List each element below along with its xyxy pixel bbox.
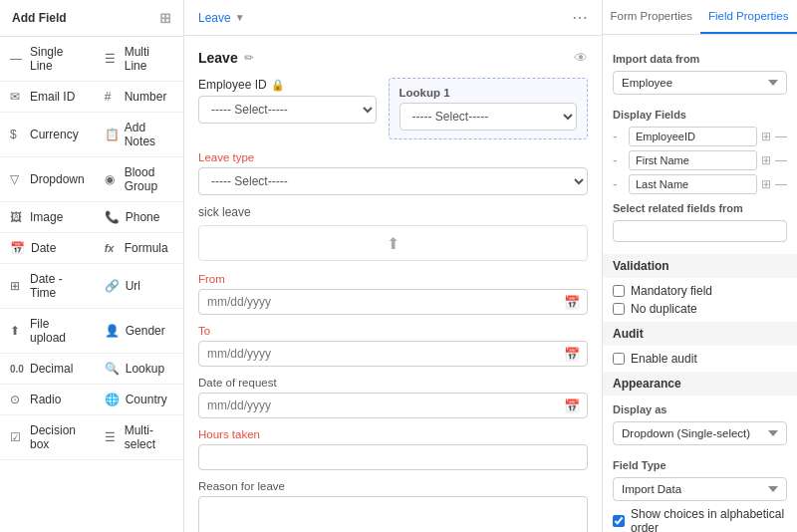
df-grid-icon-2[interactable]: ⊞ <box>761 177 771 191</box>
df-minus-1: - <box>613 152 625 168</box>
form-title: Leave <box>198 50 238 66</box>
df-grid-icon-0[interactable]: ⊞ <box>761 130 771 143</box>
number-label: Number <box>125 90 167 104</box>
left-panel-title: Add Field <box>12 11 67 25</box>
tab-form-properties[interactable]: Form Properties <box>603 0 700 34</box>
df-minus-icon-2[interactable]: — <box>775 177 787 191</box>
left-panel: Add Field ⊞ — Single Line ☰ Multi Line ✉… <box>0 0 184 532</box>
reason-for-leave-label: Reason for leave <box>198 480 588 492</box>
number-item[interactable]: # Number <box>95 82 183 113</box>
lookup-item[interactable]: 🔍 Lookup <box>95 354 183 385</box>
date-time-icon: ⊞ <box>10 279 24 293</box>
decimal-icon: 0.0 <box>10 364 24 375</box>
employee-id-label: Employee ID 🔒 <box>198 78 377 92</box>
dropdown-icon: ▽ <box>10 172 24 186</box>
image-icon: 🖼 <box>10 210 24 224</box>
gender-icon: 👤 <box>105 324 120 338</box>
url-item[interactable]: 🔗 Url <box>95 264 183 309</box>
middle-panel: Leave ▼ ⋯ Leave ✏ 👁 Employee ID 🔒 ----- … <box>184 0 603 532</box>
single-line-item[interactable]: — Single Line <box>0 37 95 82</box>
multi-line-item[interactable]: ☰ Multi Line <box>95 37 183 82</box>
appearance-section: Appearance <box>603 372 797 396</box>
currency-item[interactable]: $ Currency <box>0 113 95 157</box>
dropdown-label: Dropdown <box>30 172 85 186</box>
number-icon: # <box>105 90 119 104</box>
radio-label: Radio <box>30 393 61 406</box>
show-choices-checkbox[interactable] <box>613 515 625 527</box>
decision-box-icon: ☑ <box>10 430 24 444</box>
show-choices-row: Show choices in alphabetical order <box>613 507 787 532</box>
display-as-select[interactable]: Dropdown (Single-select) <box>613 421 787 445</box>
from-field: From 📅 <box>198 273 588 315</box>
enable-audit-row: Enable audit <box>613 352 787 366</box>
multi-line-label: Multi Line <box>125 45 173 73</box>
lookup-1-select[interactable]: ----- Select----- <box>399 103 578 131</box>
gender-label: Gender <box>126 324 165 338</box>
display-fields-label: Display Fields <box>613 109 787 121</box>
import-data-select[interactable]: Employee <box>613 71 787 95</box>
multi-select-icon: ☰ <box>105 430 119 444</box>
multi-select-item[interactable]: ☰ Multi-select <box>95 415 183 460</box>
decimal-item[interactable]: 0.0 Decimal <box>0 354 95 385</box>
file-upload-item[interactable]: ⬆ File upload <box>0 309 95 354</box>
formula-label: Formula <box>125 241 168 255</box>
form-title-row: Leave ✏ 👁 <box>198 50 588 66</box>
from-input[interactable] <box>198 289 588 315</box>
country-icon: 🌐 <box>105 393 120 406</box>
to-input[interactable] <box>198 341 588 367</box>
related-fields-input[interactable] <box>613 220 787 242</box>
formula-item[interactable]: fx Formula <box>95 233 183 264</box>
blood-group-item[interactable]: ◉ Blood Group <box>95 157 183 202</box>
df-minus-icon-1[interactable]: — <box>775 153 787 167</box>
add-notes-item[interactable]: 📋 Add Notes <box>95 113 183 157</box>
left-panel-header: Add Field ⊞ <box>0 0 183 37</box>
eye-icon[interactable]: 👁 <box>574 50 588 66</box>
single-line-icon: — <box>10 52 24 66</box>
radio-icon: ⊙ <box>10 393 24 406</box>
edit-title-icon[interactable]: ✏ <box>244 51 254 65</box>
df-select-1[interactable]: First Name <box>629 150 757 170</box>
date-time-item[interactable]: ⊞ Date - Time <box>0 264 95 309</box>
enable-audit-checkbox[interactable] <box>613 353 625 365</box>
phone-item[interactable]: 📞 Phone <box>95 202 183 233</box>
hours-taken-input[interactable] <box>198 444 588 470</box>
formula-icon: fx <box>105 242 119 254</box>
date-item[interactable]: 📅 Date <box>0 233 95 264</box>
decision-box-item[interactable]: ☑ Decision box <box>0 415 95 460</box>
reason-for-leave-input[interactable] <box>198 496 588 532</box>
leave-type-select[interactable]: ----- Select----- <box>198 167 588 195</box>
lookup-1-label: Lookup 1 <box>399 87 578 99</box>
right-panel-content: Import data from Employee Display Fields… <box>603 35 797 532</box>
country-item[interactable]: 🌐 Country <box>95 385 183 415</box>
no-duplicate-checkbox[interactable] <box>613 303 625 315</box>
email-id-item[interactable]: ✉ Email ID <box>0 82 95 113</box>
blood-group-icon: ◉ <box>105 172 119 186</box>
df-minus-icon-0[interactable]: — <box>775 130 787 143</box>
enable-audit-label: Enable audit <box>631 352 697 366</box>
show-choices-label: Show choices in alphabetical order <box>631 507 787 532</box>
field-type-select[interactable]: Import Data <box>613 477 787 501</box>
gender-item[interactable]: 👤 Gender <box>95 309 183 354</box>
mandatory-checkbox[interactable] <box>613 285 625 297</box>
radio-item[interactable]: ⊙ Radio <box>0 385 95 415</box>
df-grid-icon-1[interactable]: ⊞ <box>761 153 771 167</box>
date-of-request-input[interactable] <box>198 393 588 418</box>
from-calendar-icon: 📅 <box>564 295 580 310</box>
no-duplicate-label: No duplicate <box>631 302 697 316</box>
more-options-icon[interactable]: ⋯ <box>572 8 588 27</box>
audit-section: Audit <box>603 322 797 346</box>
breadcrumb: Leave ▼ <box>198 11 245 25</box>
field-types-grid: — Single Line ☰ Multi Line ✉ Email ID # … <box>0 37 183 460</box>
hours-taken-field: Hours taken <box>198 428 588 470</box>
grid-icon[interactable]: ⊞ <box>159 10 171 26</box>
image-item[interactable]: 🖼 Image <box>0 202 95 233</box>
employee-id-select[interactable]: ----- Select----- <box>198 96 377 124</box>
display-field-row-2: - Last Name ⊞ — <box>613 174 787 194</box>
df-select-0[interactable]: EmployeeID <box>629 127 757 146</box>
dropdown-item[interactable]: ▽ Dropdown <box>0 157 95 202</box>
tab-field-properties[interactable]: Field Properties <box>700 0 798 34</box>
single-line-label: Single Line <box>30 45 85 73</box>
df-select-2[interactable]: Last Name <box>629 174 757 194</box>
upload-area[interactable]: ⬆ <box>198 225 588 261</box>
mandatory-label: Mandatory field <box>631 284 712 298</box>
